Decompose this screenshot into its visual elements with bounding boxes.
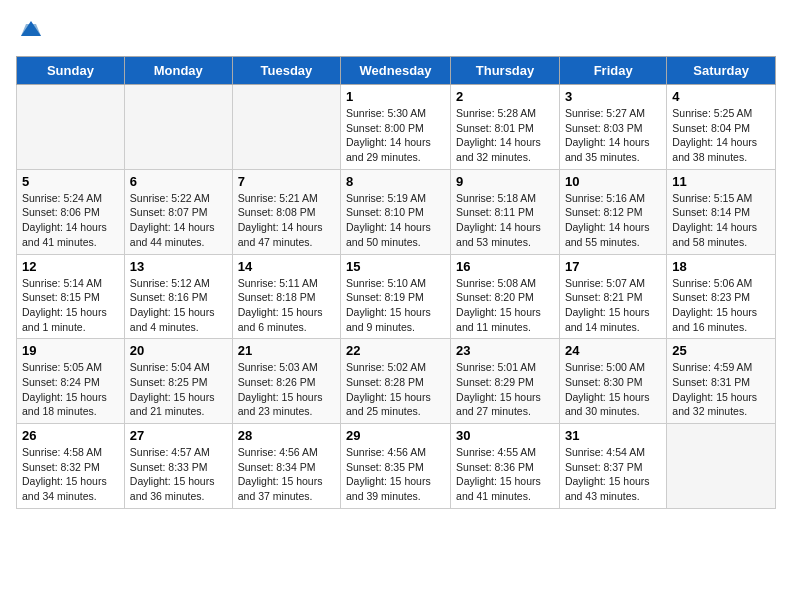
day-cell: 18Sunrise: 5:06 AM Sunset: 8:23 PM Dayli… xyxy=(667,254,776,339)
day-number: 14 xyxy=(238,259,335,274)
day-info: Sunrise: 5:15 AM Sunset: 8:14 PM Dayligh… xyxy=(672,191,770,250)
day-number: 13 xyxy=(130,259,227,274)
day-cell: 23Sunrise: 5:01 AM Sunset: 8:29 PM Dayli… xyxy=(451,339,560,424)
day-cell xyxy=(232,85,340,170)
header-wednesday: Wednesday xyxy=(341,57,451,85)
day-info: Sunrise: 5:08 AM Sunset: 8:20 PM Dayligh… xyxy=(456,276,554,335)
day-number: 26 xyxy=(22,428,119,443)
calendar-table: SundayMondayTuesdayWednesdayThursdayFrid… xyxy=(16,56,776,509)
day-info: Sunrise: 5:07 AM Sunset: 8:21 PM Dayligh… xyxy=(565,276,661,335)
day-info: Sunrise: 5:12 AM Sunset: 8:16 PM Dayligh… xyxy=(130,276,227,335)
day-info: Sunrise: 5:11 AM Sunset: 8:18 PM Dayligh… xyxy=(238,276,335,335)
calendar-body: 1Sunrise: 5:30 AM Sunset: 8:00 PM Daylig… xyxy=(17,85,776,509)
day-info: Sunrise: 4:56 AM Sunset: 8:35 PM Dayligh… xyxy=(346,445,445,504)
day-cell: 5Sunrise: 5:24 AM Sunset: 8:06 PM Daylig… xyxy=(17,169,125,254)
day-info: Sunrise: 5:21 AM Sunset: 8:08 PM Dayligh… xyxy=(238,191,335,250)
day-cell: 30Sunrise: 4:55 AM Sunset: 8:36 PM Dayli… xyxy=(451,424,560,509)
day-cell: 17Sunrise: 5:07 AM Sunset: 8:21 PM Dayli… xyxy=(559,254,666,339)
day-info: Sunrise: 5:24 AM Sunset: 8:06 PM Dayligh… xyxy=(22,191,119,250)
week-row-4: 19Sunrise: 5:05 AM Sunset: 8:24 PM Dayli… xyxy=(17,339,776,424)
header-friday: Friday xyxy=(559,57,666,85)
day-number: 29 xyxy=(346,428,445,443)
day-info: Sunrise: 5:04 AM Sunset: 8:25 PM Dayligh… xyxy=(130,360,227,419)
day-number: 16 xyxy=(456,259,554,274)
day-number: 5 xyxy=(22,174,119,189)
day-number: 3 xyxy=(565,89,661,104)
header-monday: Monday xyxy=(124,57,232,85)
day-number: 8 xyxy=(346,174,445,189)
day-number: 9 xyxy=(456,174,554,189)
day-number: 31 xyxy=(565,428,661,443)
day-cell: 14Sunrise: 5:11 AM Sunset: 8:18 PM Dayli… xyxy=(232,254,340,339)
logo-icon xyxy=(16,16,46,46)
day-cell: 21Sunrise: 5:03 AM Sunset: 8:26 PM Dayli… xyxy=(232,339,340,424)
day-cell xyxy=(667,424,776,509)
day-cell xyxy=(124,85,232,170)
day-info: Sunrise: 5:05 AM Sunset: 8:24 PM Dayligh… xyxy=(22,360,119,419)
day-cell: 7Sunrise: 5:21 AM Sunset: 8:08 PM Daylig… xyxy=(232,169,340,254)
day-info: Sunrise: 5:30 AM Sunset: 8:00 PM Dayligh… xyxy=(346,106,445,165)
day-cell: 22Sunrise: 5:02 AM Sunset: 8:28 PM Dayli… xyxy=(341,339,451,424)
day-number: 24 xyxy=(565,343,661,358)
day-info: Sunrise: 5:16 AM Sunset: 8:12 PM Dayligh… xyxy=(565,191,661,250)
day-cell: 15Sunrise: 5:10 AM Sunset: 8:19 PM Dayli… xyxy=(341,254,451,339)
day-cell: 16Sunrise: 5:08 AM Sunset: 8:20 PM Dayli… xyxy=(451,254,560,339)
day-info: Sunrise: 5:28 AM Sunset: 8:01 PM Dayligh… xyxy=(456,106,554,165)
day-info: Sunrise: 4:54 AM Sunset: 8:37 PM Dayligh… xyxy=(565,445,661,504)
week-row-1: 1Sunrise: 5:30 AM Sunset: 8:00 PM Daylig… xyxy=(17,85,776,170)
day-cell: 29Sunrise: 4:56 AM Sunset: 8:35 PM Dayli… xyxy=(341,424,451,509)
day-number: 2 xyxy=(456,89,554,104)
header-sunday: Sunday xyxy=(17,57,125,85)
header-thursday: Thursday xyxy=(451,57,560,85)
day-cell: 20Sunrise: 5:04 AM Sunset: 8:25 PM Dayli… xyxy=(124,339,232,424)
day-number: 7 xyxy=(238,174,335,189)
day-cell: 13Sunrise: 5:12 AM Sunset: 8:16 PM Dayli… xyxy=(124,254,232,339)
day-cell: 19Sunrise: 5:05 AM Sunset: 8:24 PM Dayli… xyxy=(17,339,125,424)
day-cell: 25Sunrise: 4:59 AM Sunset: 8:31 PM Dayli… xyxy=(667,339,776,424)
week-row-3: 12Sunrise: 5:14 AM Sunset: 8:15 PM Dayli… xyxy=(17,254,776,339)
day-info: Sunrise: 4:55 AM Sunset: 8:36 PM Dayligh… xyxy=(456,445,554,504)
day-info: Sunrise: 4:56 AM Sunset: 8:34 PM Dayligh… xyxy=(238,445,335,504)
day-cell: 6Sunrise: 5:22 AM Sunset: 8:07 PM Daylig… xyxy=(124,169,232,254)
day-cell: 2Sunrise: 5:28 AM Sunset: 8:01 PM Daylig… xyxy=(451,85,560,170)
logo xyxy=(16,16,50,46)
day-cell: 12Sunrise: 5:14 AM Sunset: 8:15 PM Dayli… xyxy=(17,254,125,339)
day-cell: 4Sunrise: 5:25 AM Sunset: 8:04 PM Daylig… xyxy=(667,85,776,170)
day-info: Sunrise: 5:10 AM Sunset: 8:19 PM Dayligh… xyxy=(346,276,445,335)
day-info: Sunrise: 5:00 AM Sunset: 8:30 PM Dayligh… xyxy=(565,360,661,419)
day-number: 22 xyxy=(346,343,445,358)
day-info: Sunrise: 5:22 AM Sunset: 8:07 PM Dayligh… xyxy=(130,191,227,250)
day-info: Sunrise: 4:59 AM Sunset: 8:31 PM Dayligh… xyxy=(672,360,770,419)
day-number: 18 xyxy=(672,259,770,274)
page-header xyxy=(16,16,776,46)
day-number: 15 xyxy=(346,259,445,274)
day-number: 30 xyxy=(456,428,554,443)
day-number: 25 xyxy=(672,343,770,358)
day-info: Sunrise: 5:03 AM Sunset: 8:26 PM Dayligh… xyxy=(238,360,335,419)
day-info: Sunrise: 5:02 AM Sunset: 8:28 PM Dayligh… xyxy=(346,360,445,419)
day-info: Sunrise: 5:25 AM Sunset: 8:04 PM Dayligh… xyxy=(672,106,770,165)
day-info: Sunrise: 5:06 AM Sunset: 8:23 PM Dayligh… xyxy=(672,276,770,335)
day-number: 4 xyxy=(672,89,770,104)
header-saturday: Saturday xyxy=(667,57,776,85)
day-number: 23 xyxy=(456,343,554,358)
day-cell: 8Sunrise: 5:19 AM Sunset: 8:10 PM Daylig… xyxy=(341,169,451,254)
day-number: 6 xyxy=(130,174,227,189)
day-info: Sunrise: 5:14 AM Sunset: 8:15 PM Dayligh… xyxy=(22,276,119,335)
day-cell: 11Sunrise: 5:15 AM Sunset: 8:14 PM Dayli… xyxy=(667,169,776,254)
day-info: Sunrise: 4:57 AM Sunset: 8:33 PM Dayligh… xyxy=(130,445,227,504)
day-number: 1 xyxy=(346,89,445,104)
day-cell: 26Sunrise: 4:58 AM Sunset: 8:32 PM Dayli… xyxy=(17,424,125,509)
day-info: Sunrise: 5:18 AM Sunset: 8:11 PM Dayligh… xyxy=(456,191,554,250)
day-number: 20 xyxy=(130,343,227,358)
day-info: Sunrise: 4:58 AM Sunset: 8:32 PM Dayligh… xyxy=(22,445,119,504)
day-info: Sunrise: 5:19 AM Sunset: 8:10 PM Dayligh… xyxy=(346,191,445,250)
day-info: Sunrise: 5:27 AM Sunset: 8:03 PM Dayligh… xyxy=(565,106,661,165)
header-tuesday: Tuesday xyxy=(232,57,340,85)
day-cell: 28Sunrise: 4:56 AM Sunset: 8:34 PM Dayli… xyxy=(232,424,340,509)
day-number: 19 xyxy=(22,343,119,358)
day-number: 12 xyxy=(22,259,119,274)
day-cell: 27Sunrise: 4:57 AM Sunset: 8:33 PM Dayli… xyxy=(124,424,232,509)
day-info: Sunrise: 5:01 AM Sunset: 8:29 PM Dayligh… xyxy=(456,360,554,419)
day-cell: 10Sunrise: 5:16 AM Sunset: 8:12 PM Dayli… xyxy=(559,169,666,254)
